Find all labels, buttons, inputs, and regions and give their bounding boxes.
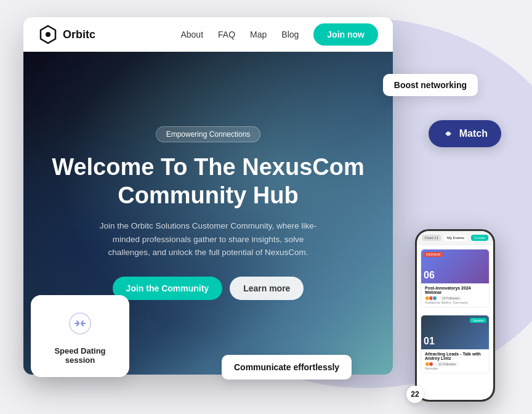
nav-map[interactable]: Map (250, 30, 267, 39)
logo-text: Orbitc (63, 28, 95, 41)
logo-area: Orbitc (38, 25, 95, 44)
navbar: Orbitc About FAQ Map Blog Join now (23, 17, 393, 52)
match-button[interactable]: Match (429, 120, 501, 147)
phone-number-badge: 22 (406, 386, 424, 403)
phone-event-info-2: Attracting Leads - Talk with Andrey Lint… (421, 349, 489, 373)
join-community-button[interactable]: Join the Community (113, 277, 223, 300)
phone-event-title-2: Attracting Leads - Talk with Andrey Lint… (425, 352, 485, 360)
phone-header: Feed 11 My Events Create (417, 231, 493, 245)
phone-mockup: Feed 11 My Events Create WEBINAR 06 Post… (415, 229, 495, 402)
boost-networking-tooltip: Boost networking (383, 74, 478, 96)
learn-more-button[interactable]: Learn more (230, 277, 304, 300)
phone-avatars-2 (425, 362, 433, 367)
join-now-button[interactable]: Join now (313, 23, 378, 46)
phone-event-card-2: Speaker 01 Attracting Leads - Talk with … (421, 315, 490, 373)
phone-event-info-1: Post-Innovatorys 2024 Webinar 10 Followe… (421, 283, 489, 307)
svg-point-2 (70, 313, 91, 334)
nav-about[interactable]: About (180, 30, 203, 39)
speed-dating-icon (69, 312, 91, 339)
phone-event-location-2: Remote (425, 367, 485, 370)
phone-event-card-1: WEBINAR 06 Post-Innovatorys 2024 Webinar… (421, 249, 490, 307)
match-icon (442, 128, 454, 140)
nav-links: About FAQ Map Blog (180, 30, 299, 39)
phone-avatar-3 (432, 296, 437, 301)
hero-badge: Empowering Connections (156, 126, 261, 142)
phone-avatars-1 (425, 296, 437, 301)
phone-event-sub-2: 12 Followers (436, 362, 458, 367)
phone-tab-feed: Feed 11 (422, 235, 441, 241)
hero-buttons: Join the Community Learn more (113, 277, 304, 300)
svg-point-1 (46, 32, 50, 37)
phone-event-date-2: 01 (424, 336, 435, 347)
phone-event-title-1: Post-Innovatorys 2024 Webinar (425, 286, 485, 294)
phone-event-tag-2: Speaker (470, 318, 486, 323)
phone-screen: Feed 11 My Events Create WEBINAR 06 Post… (417, 231, 493, 400)
logo-icon (38, 25, 58, 44)
phone-event-image-2: Speaker 01 (421, 315, 489, 349)
phone-event-sub-1: 10 Followers (440, 296, 462, 301)
phone-tab-events: My Events (444, 235, 467, 241)
nav-faq[interactable]: FAQ (218, 30, 235, 39)
phone-event-meta-2: 12 Followers (425, 362, 485, 367)
phone-event-tag-1: WEBINAR (424, 252, 443, 257)
phone-event-location-1: Audience Berlin, Germany (425, 301, 485, 304)
hero-title: Welcome To The NexusCom Community Hub (52, 153, 364, 209)
phone-avatar-5 (429, 362, 433, 367)
phone-create-btn: Create (471, 235, 488, 241)
communicate-effortlessly-tooltip: Communicate effortlessly (222, 355, 352, 380)
phone-event-meta-1: 10 Followers (425, 296, 485, 301)
nav-blog[interactable]: Blog (281, 30, 299, 39)
hero-subtitle: Join the Orbitc Solutions Customer Commu… (91, 219, 325, 259)
speed-dating-card: Speed Dating session (31, 295, 129, 377)
phone-event-date-1: 06 (424, 270, 435, 281)
speed-dating-label: Speed Dating session (48, 346, 112, 365)
phone-event-image-1: WEBINAR 06 (421, 250, 489, 283)
